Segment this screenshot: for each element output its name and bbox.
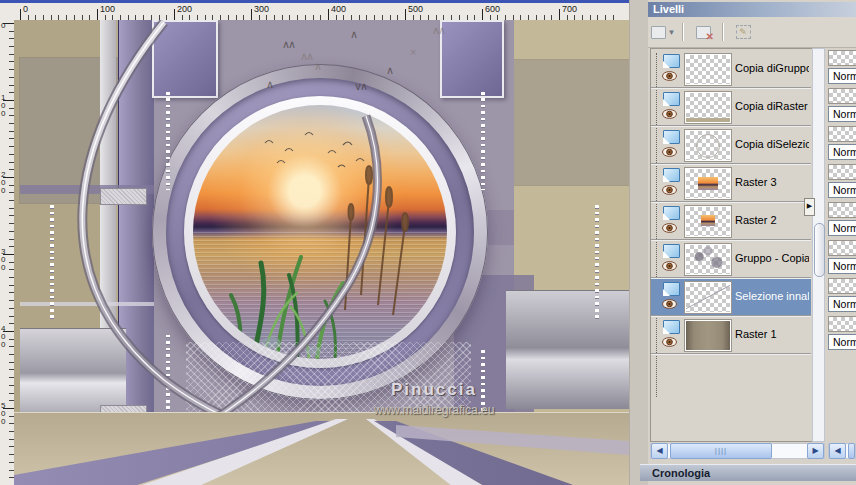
layer-row[interactable]: Copia diSelezione innal bbox=[651, 127, 811, 165]
layer-row[interactable]: Raster 1 bbox=[651, 317, 811, 355]
thumb-detail bbox=[686, 245, 730, 274]
opacity-strip[interactable] bbox=[828, 240, 856, 256]
ruler-label: 500 bbox=[1, 402, 9, 426]
layer-row[interactable]: Copia diGruppo - Copia bbox=[651, 51, 811, 89]
toolbar-separator bbox=[722, 23, 724, 41]
layer-row[interactable]: Raster 3 bbox=[651, 165, 811, 203]
panel-splitter[interactable] bbox=[629, 0, 649, 485]
opacity-strip[interactable] bbox=[828, 202, 856, 218]
blend-mode-dropdown[interactable]: Norm bbox=[828, 220, 856, 236]
blend-mode-dropdown[interactable]: Norm bbox=[828, 182, 856, 198]
ruler-label: 600 bbox=[485, 4, 500, 14]
layer-name: Copia diRaster 1 bbox=[735, 100, 809, 112]
layer-list: Copia diGruppo - Copia Copia diRaster 1 … bbox=[650, 48, 812, 442]
pane-expand-arrow[interactable]: ▶ bbox=[804, 198, 815, 216]
new-layer-button[interactable]: ▼ bbox=[648, 20, 678, 44]
layer-name: Copia diGruppo - Copia bbox=[735, 62, 809, 74]
opacity-strip[interactable] bbox=[828, 50, 856, 66]
layers-toolbar: ▼ ✕ ✎ bbox=[648, 17, 856, 48]
toolbar-separator bbox=[682, 23, 684, 41]
opacity-strip[interactable] bbox=[828, 316, 856, 332]
thumb-detail bbox=[685, 283, 731, 309]
layer-controls-column: Norm Norm Norm Norm Norm Norm Norm Norm bbox=[828, 48, 856, 442]
blend-mode-dropdown[interactable]: Norm bbox=[828, 334, 856, 350]
ruler-label: 400 bbox=[1, 325, 9, 349]
horizontal-ruler: 0 100 200 300 400 500 600 700 bbox=[14, 3, 629, 21]
layer-name: Raster 2 bbox=[735, 214, 809, 226]
layer-pages-icon bbox=[663, 320, 680, 334]
opacity-strip[interactable] bbox=[828, 278, 856, 294]
layer-thumbnail bbox=[685, 92, 731, 123]
ruler-label: 200 bbox=[177, 4, 192, 14]
eye-icon[interactable] bbox=[662, 109, 677, 119]
opacity-strip[interactable] bbox=[828, 126, 856, 142]
eye-icon[interactable] bbox=[662, 185, 677, 195]
opacity-strip[interactable] bbox=[828, 164, 856, 180]
history-panel-title-bar[interactable]: Cronologia bbox=[640, 464, 856, 481]
opacity-strip[interactable] bbox=[828, 88, 856, 104]
watermark-url: www.maidiregrafica.eu bbox=[324, 403, 544, 417]
layer-pages-icon bbox=[663, 244, 680, 258]
layer-row[interactable]: Gruppo - Copia diRaste bbox=[651, 241, 811, 279]
layer-name: Copia diSelezione innal bbox=[735, 138, 809, 150]
layer-row-selected[interactable]: Selezione innalzata bbox=[651, 279, 811, 317]
scroll-left-arrow[interactable]: ◀ bbox=[651, 443, 668, 459]
ruler-label: 0 bbox=[1, 22, 9, 30]
thumb-detail bbox=[686, 321, 730, 350]
layer-pages-icon bbox=[663, 130, 680, 144]
ruler-label: 0 bbox=[23, 4, 28, 14]
scroll-right-arrow[interactable]: ▶ bbox=[807, 443, 824, 459]
eye-icon[interactable] bbox=[662, 223, 677, 233]
edit-selection-button[interactable]: ✎ bbox=[728, 20, 758, 44]
layer-name: Raster 3 bbox=[735, 176, 809, 188]
blend-mode-dropdown[interactable]: Norm bbox=[828, 106, 856, 122]
layer-name: Raster 1 bbox=[735, 328, 809, 340]
ruler-label: 300 bbox=[254, 4, 269, 14]
eye-icon[interactable] bbox=[662, 147, 677, 157]
blend-mode-dropdown[interactable]: Norm bbox=[828, 68, 856, 84]
vertical-ruler: 0 100 200 300 400 500 bbox=[0, 20, 15, 485]
scrollbar-thumb[interactable] bbox=[814, 223, 825, 277]
ruler-label: 500 bbox=[408, 4, 423, 14]
blend-mode-dropdown[interactable]: Norm bbox=[828, 296, 856, 312]
blend-mode-dropdown[interactable]: Norm bbox=[828, 258, 856, 274]
layer-row[interactable]: Raster 2 bbox=[651, 203, 811, 241]
layer-thumbnail bbox=[685, 320, 731, 351]
layer-name: Selezione innalzata bbox=[735, 290, 809, 302]
delete-x-icon: ✕ bbox=[706, 31, 714, 42]
vertical-scrollbar[interactable] bbox=[812, 48, 825, 442]
ruler-label: 200 bbox=[1, 171, 9, 195]
layer-thumbnail bbox=[685, 206, 731, 237]
layer-pages-icon bbox=[663, 282, 680, 296]
delete-layer-button[interactable]: ✕ bbox=[688, 20, 718, 44]
blend-mode-dropdown[interactable]: Norm bbox=[828, 144, 856, 160]
layer-thumbnail bbox=[685, 130, 731, 161]
eye-icon[interactable] bbox=[662, 299, 677, 309]
artwork-canvas[interactable]: ∧∧ ∧ ∧ ∧ ∨∧ ∧∧ ∧ × ∧∧ bbox=[14, 20, 629, 485]
eye-icon[interactable] bbox=[662, 71, 677, 81]
thumb-detail bbox=[686, 118, 730, 122]
ruler-label: 100 bbox=[1, 94, 9, 118]
layers-palette: Livelli ▼ ✕ ✎ Copia diGruppo - bbox=[648, 0, 856, 485]
scrollbar-thumb[interactable] bbox=[848, 443, 855, 459]
horizontal-scrollbar[interactable]: ◀ bbox=[828, 443, 856, 459]
horizontal-scrollbar[interactable]: ◀ |||| ▶ bbox=[650, 443, 825, 459]
layer-pages-icon bbox=[663, 54, 680, 68]
layer-pages-icon bbox=[663, 92, 680, 106]
ruler-label: 700 bbox=[562, 4, 577, 14]
eye-icon[interactable] bbox=[662, 337, 677, 347]
layer-thumbnail bbox=[685, 54, 731, 85]
scrollbar-thumb[interactable]: |||| bbox=[670, 443, 772, 459]
layer-row[interactable]: Copia diRaster 1 bbox=[651, 89, 811, 127]
new-layer-icon bbox=[651, 26, 666, 39]
eye-icon[interactable] bbox=[662, 261, 677, 271]
scroll-left-arrow[interactable]: ◀ bbox=[829, 443, 846, 459]
palette-title-bar[interactable]: Livelli bbox=[648, 2, 856, 17]
thumb-detail bbox=[701, 215, 715, 226]
thumb-detail bbox=[698, 177, 718, 190]
edit-selection-icon: ✎ bbox=[736, 25, 751, 39]
watermark-name: Pinuccia bbox=[344, 380, 524, 400]
layer-thumbnail bbox=[685, 244, 731, 275]
ruler-label: 100 bbox=[100, 4, 115, 14]
floor-perspective bbox=[14, 412, 629, 485]
